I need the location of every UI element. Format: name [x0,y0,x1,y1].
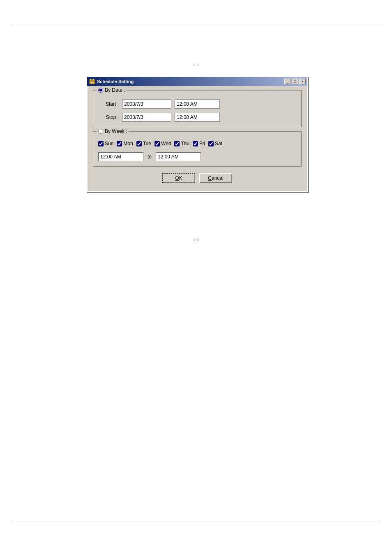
start-date-input[interactable] [122,100,171,109]
page-container: " " [0,0,392,555]
by-week-label: By Week : [105,128,127,134]
day-item-tue: Tue [136,141,151,146]
label-wed: Wed [161,141,171,146]
label-sat: Sat [215,141,222,146]
maximize-button[interactable]: □ [292,79,298,84]
by-date-label: By Date : [105,87,125,93]
svg-rect-3 [93,79,94,80]
svg-rect-6 [93,81,94,82]
time-range-row: to [98,152,296,161]
title-bar-left: Schedule Setting [89,78,134,85]
checkbox-wed[interactable] [154,141,160,146]
dialog-content: By Date : Start : Stop : [87,86,307,191]
stop-row: Stop : [98,113,296,122]
checkbox-thu[interactable] [174,141,180,146]
calendar-icon [89,78,95,85]
checkbox-tue[interactable] [136,141,142,146]
label-sun: Sun [105,141,113,146]
schedule-setting-dialog: Schedule Setting _ □ × By Date : Start : [86,76,308,192]
ok-underline-char: O [175,175,179,181]
by-week-content: Sun Mon Tue Wed [98,135,296,161]
by-date-section: By Date : Start : Stop : [93,90,302,127]
svg-rect-7 [90,83,91,84]
ok-button[interactable]: OK [162,173,195,183]
to-time-input[interactable] [156,152,201,161]
label-mon: Mon [123,141,133,146]
checkbox-sat[interactable] [208,141,214,146]
quote-below: " " [0,239,392,244]
label-thu: Thu [181,141,189,146]
start-time-input[interactable] [175,100,220,109]
svg-rect-2 [90,79,91,80]
svg-rect-4 [90,81,91,82]
by-week-radio[interactable] [98,129,103,134]
bottom-divider [12,522,380,522]
checkbox-mon[interactable] [117,141,122,146]
top-divider [12,25,380,25]
by-week-legend: By Week : [97,128,129,134]
by-week-section: By Week : Sun Mon T [93,131,302,167]
to-label: to [148,154,152,160]
start-row: Start : [98,100,296,109]
button-row: OK Cancel [93,171,302,186]
title-bar: Schedule Setting _ □ × [87,77,307,86]
quote-above: " " [0,64,392,70]
stop-date-input[interactable] [122,113,171,122]
svg-rect-8 [92,83,92,84]
title-bar-buttons: _ □ × [284,79,306,84]
from-time-input[interactable] [98,152,143,161]
day-item-wed: Wed [154,141,171,146]
cancel-underline-char: C [208,175,212,181]
day-item-sun: Sun [98,141,113,146]
by-date-radio[interactable] [98,88,103,93]
by-date-content: Start : Stop : [98,94,296,122]
cancel-button[interactable]: Cancel [199,173,232,183]
stop-label: Stop : [98,114,119,120]
dialog-title: Schedule Setting [97,79,134,84]
day-item-sat: Sat [208,141,222,146]
label-fri: Fri [199,141,205,146]
label-tue: Tue [143,141,151,146]
by-date-legend: By Date : [97,87,127,93]
day-item-thu: Thu [174,141,189,146]
close-button[interactable]: × [299,79,306,84]
svg-rect-5 [92,81,92,82]
checkbox-sun[interactable] [98,141,104,146]
stop-time-input[interactable] [175,113,220,122]
start-label: Start : [98,101,119,107]
days-row: Sun Mon Tue Wed [98,141,296,146]
minimize-button[interactable]: _ [284,79,291,84]
day-item-fri: Fri [193,141,205,146]
day-item-mon: Mon [117,141,133,146]
checkbox-fri[interactable] [193,141,198,146]
